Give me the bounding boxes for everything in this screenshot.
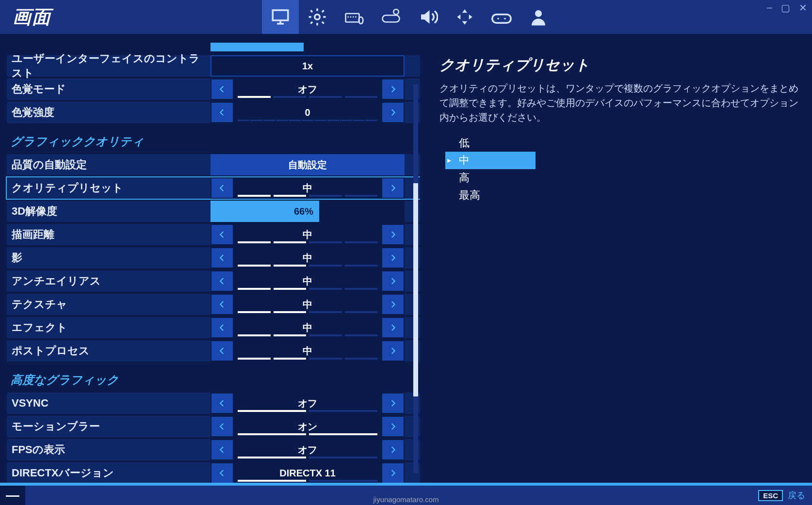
tab-keyboard[interactable] — [336, 0, 373, 34]
svg-point-6 — [359, 17, 363, 24]
esc-key-icon: ESC — [758, 490, 783, 501]
footer-bar: — jiyunagomataro.com ESC 戻る — [0, 483, 812, 505]
auto-quality-button[interactable]: 自動設定 — [211, 154, 405, 175]
vsync-prev[interactable] — [211, 393, 234, 414]
ui-contrast-value[interactable]: 1x — [211, 55, 405, 77]
shadows-prev[interactable] — [211, 247, 234, 268]
anti-aliasing-next[interactable] — [381, 270, 405, 292]
anti-aliasing-value[interactable]: 中 — [234, 270, 381, 292]
vsync-label: VSYNC — [7, 397, 211, 410]
colorblind-strength-value[interactable]: 0 — [234, 102, 381, 123]
tab-controller-config[interactable] — [373, 0, 409, 34]
show-fps-next[interactable] — [381, 439, 405, 460]
quality-preset-label: クオリティプリセット — [7, 181, 211, 195]
info-option-1[interactable]: 中 — [445, 152, 536, 169]
shadows-label: 影 — [7, 251, 211, 265]
anti-aliasing-prev[interactable] — [211, 270, 234, 292]
effects-next[interactable] — [381, 317, 405, 338]
shadows-next[interactable] — [381, 247, 405, 268]
quality-preset-next[interactable] — [381, 177, 405, 199]
tab-game-settings[interactable] — [299, 0, 336, 34]
effects-value[interactable]: 中 — [234, 317, 381, 338]
minimize-button[interactable]: – — [767, 2, 772, 14]
3d-resolution-slider[interactable]: 66% — [211, 201, 405, 222]
tab-display[interactable] — [262, 0, 299, 34]
info-option-0[interactable]: 低 — [445, 134, 536, 152]
tab-controller[interactable] — [483, 0, 520, 34]
post-processing-value[interactable]: 中 — [234, 340, 381, 362]
show-fps-value[interactable]: オフ — [234, 439, 381, 460]
page-title: 画面 — [0, 5, 51, 30]
quality-preset-prev[interactable] — [211, 177, 234, 199]
footer-back-group[interactable]: ESC 戻る — [758, 489, 805, 501]
row-post-processing: ポストプロセス中 — [7, 340, 420, 362]
info-option-2[interactable]: 高 — [445, 169, 536, 187]
svg-point-5 — [355, 16, 357, 18]
textures-prev[interactable] — [211, 294, 234, 315]
show-fps-prev[interactable] — [211, 439, 234, 460]
row-show-fps: FPSの表示オフ — [7, 439, 420, 460]
row-textures: テクスチャ中 — [7, 294, 420, 315]
motion-blur-next[interactable] — [381, 416, 405, 437]
view-distance-next[interactable] — [381, 224, 405, 245]
colorblind-strength-prev[interactable] — [211, 102, 234, 123]
shadows-value[interactable]: 中 — [234, 247, 381, 268]
footer-menu-button[interactable]: — — [0, 486, 25, 505]
textures-next[interactable] — [381, 294, 405, 315]
motion-blur-value[interactable]: オン — [234, 416, 381, 437]
svg-point-2 — [347, 16, 349, 18]
svg-point-7 — [393, 9, 399, 15]
colorblind-strength-next[interactable] — [381, 102, 405, 123]
directx-version-value[interactable]: DIRECTX 11 — [234, 462, 381, 483]
auto-quality-label: 品質の自動設定 — [7, 158, 211, 172]
svg-point-8 — [497, 18, 499, 20]
motion-blur-prev[interactable] — [211, 416, 234, 437]
directx-version-next[interactable] — [381, 462, 405, 483]
quality-preset-value[interactable]: 中 — [234, 177, 381, 199]
partial-slider-top[interactable] — [211, 43, 405, 51]
directx-version-label: DIRECTXバージョン — [7, 466, 211, 480]
show-fps-label: FPSの表示 — [7, 442, 211, 457]
view-distance-value[interactable]: 中 — [234, 224, 381, 245]
colorblind-mode-next[interactable] — [381, 79, 405, 100]
controller-gear-icon — [381, 7, 401, 27]
tab-audio[interactable] — [409, 0, 446, 34]
vsync-value[interactable]: オフ — [234, 393, 381, 414]
post-processing-label: ポストプロセス — [7, 344, 211, 358]
row-auto-quality: 品質の自動設定自動設定 — [7, 154, 420, 175]
directx-version-prev[interactable] — [211, 462, 234, 483]
post-processing-next[interactable] — [381, 340, 405, 362]
svg-point-3 — [350, 16, 352, 18]
gear-icon — [307, 7, 327, 27]
gamepad-icon — [491, 7, 512, 27]
view-distance-label: 描画距離 — [7, 227, 211, 242]
colorblind-mode-label: 色覚モード — [7, 82, 211, 96]
scrollbar-track[interactable] — [413, 84, 418, 473]
textures-label: テクスチャ — [7, 297, 211, 312]
partial-slider-fill — [211, 43, 304, 51]
tab-accessibility[interactable] — [446, 0, 483, 34]
row-anti-aliasing: アンチエイリアス中 — [7, 270, 420, 292]
header-bar: 画面 – ▢ ✕ — [0, 0, 812, 36]
info-option-list: 低中高最高 — [439, 134, 798, 204]
maximize-button[interactable]: ▢ — [781, 2, 790, 14]
row-vsync: VSYNCオフ — [7, 393, 420, 414]
section-graphics-quality: グラフィッククオリティ — [7, 125, 420, 154]
motion-blur-label: モーションブラー — [7, 419, 211, 434]
colorblind-mode-value[interactable]: オフ — [234, 79, 381, 100]
row-ui-contrast: ユーザーインターフェイスのコントラスト1x — [7, 55, 420, 77]
tab-account[interactable] — [520, 0, 557, 34]
settings-tab-bar — [262, 0, 557, 34]
effects-prev[interactable] — [211, 317, 234, 338]
view-distance-prev[interactable] — [211, 224, 234, 245]
close-button[interactable]: ✕ — [799, 2, 807, 14]
textures-value[interactable]: 中 — [234, 294, 381, 315]
info-option-3[interactable]: 最高 — [445, 187, 536, 204]
post-processing-prev[interactable] — [211, 340, 234, 362]
colorblind-mode-prev[interactable] — [211, 79, 234, 100]
scrollbar-thumb[interactable] — [413, 183, 418, 396]
dpad-icon — [455, 7, 475, 27]
vsync-next[interactable] — [381, 393, 405, 414]
section-advanced-graphics: 高度なグラフィック — [7, 363, 420, 393]
row-colorblind-mode: 色覚モードオフ — [7, 79, 420, 100]
